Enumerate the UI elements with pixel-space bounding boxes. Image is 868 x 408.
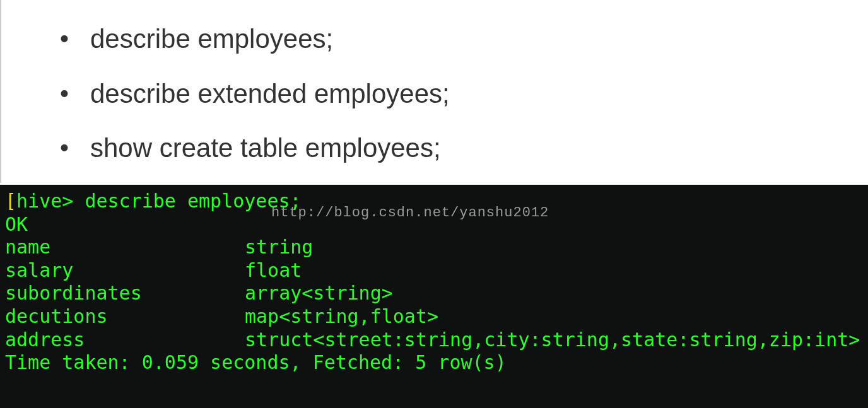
- col-name: name: [5, 236, 245, 259]
- table-row: decutionsmap<string,float>: [5, 305, 863, 329]
- command-text: describe employees;: [85, 190, 301, 212]
- table-row: addressstruct<street:string,city:string,…: [5, 329, 863, 352]
- col-type: map<string,float>: [245, 305, 438, 329]
- list-item: show create table employees;: [60, 131, 868, 166]
- col-name: salary: [5, 259, 245, 283]
- list-item: describe extended employees;: [60, 77, 868, 112]
- terminal-output: [hive> describe employees; OK namestring…: [0, 185, 868, 408]
- prompt-text: hive>: [16, 190, 73, 212]
- prompt-bracket: [: [5, 190, 16, 212]
- col-type: array<string>: [245, 282, 393, 305]
- col-name: subordinates: [5, 282, 245, 305]
- col-type: float: [245, 259, 302, 283]
- table-row: namestring: [5, 236, 863, 259]
- list-item: describe employees;: [60, 22, 868, 57]
- table-row: subordinatesarray<string>: [5, 282, 863, 305]
- left-border-divider: [0, 0, 1, 183]
- command-bullet-list: describe employees; describe extended em…: [0, 0, 868, 166]
- col-type: struct<street:string,city:string,state:s…: [245, 329, 860, 352]
- table-row: salaryfloat: [5, 259, 863, 283]
- ok-line: OK: [5, 213, 28, 235]
- col-name: address: [5, 329, 245, 352]
- time-taken-line: Time taken: 0.059 seconds, Fetched: 5 ro…: [5, 351, 507, 373]
- col-name: decutions: [5, 305, 245, 329]
- col-type: string: [245, 236, 313, 259]
